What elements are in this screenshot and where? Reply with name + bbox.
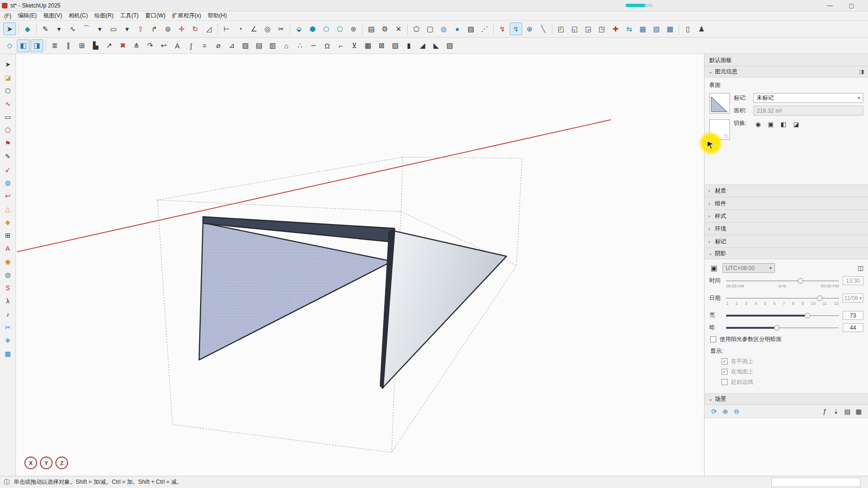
menu-item-help[interactable]: 帮助(H) (204, 11, 230, 21)
hexagon-icon[interactable]: ⬡ (2, 85, 14, 97)
minimize-button[interactable]: — (819, 0, 841, 11)
cast-shadows-icon[interactable]: ◧ (779, 119, 788, 129)
menu-item-camera[interactable]: 相机(C) (65, 11, 91, 21)
date-slider[interactable]: 123456789101112 (726, 295, 839, 302)
final-hatch-icon[interactable]: ▨ (443, 39, 456, 52)
wave-curve-icon[interactable]: ∫ (185, 39, 197, 52)
close-icon[interactable]: ✕ (392, 23, 405, 35)
axis-rotate-button-z[interactable]: Z (55, 457, 68, 469)
spiral-tool-icon[interactable]: Ω (321, 39, 333, 52)
section-scenes[interactable]: ⌄ 场景 (705, 394, 868, 405)
polygon-shape-icon[interactable]: ⬠ (410, 23, 423, 35)
add-point-icon[interactable]: ⊕ (523, 23, 536, 35)
follow-me-icon[interactable]: ↱ (148, 23, 161, 35)
section-outline-icon[interactable]: ⬠ (333, 23, 346, 35)
solid-trim-icon[interactable]: ◳ (596, 23, 608, 35)
section-fill-icon[interactable]: ⬢ (306, 23, 319, 35)
menu-item-window[interactable]: 窗口(W) (142, 11, 169, 21)
wave-tool-icon[interactable]: ∽ (307, 39, 320, 52)
mesh-side-icon[interactable]: ▦ (2, 348, 14, 360)
3d-viewport[interactable]: XYZ (16, 54, 704, 476)
solid-subtract-icon[interactable]: ◲ (582, 23, 595, 35)
settings-icon[interactable]: ⚙ (379, 23, 391, 35)
press-grid-icon[interactable]: ▦ (362, 39, 374, 52)
section-materials[interactable]: ›材质 (705, 185, 868, 197)
date-slider-handle[interactable] (817, 295, 822, 301)
rectangle-icon[interactable]: ▭ (107, 23, 120, 35)
paint-bucket-icon[interactable]: ◆ (21, 23, 34, 35)
snowflake-icon[interactable]: ❄ (2, 334, 14, 347)
dot-path-icon[interactable]: ∴ (294, 39, 306, 52)
column-tool-icon[interactable]: ▮ (403, 39, 415, 52)
section-display-icon[interactable]: ⬡ (320, 23, 333, 35)
secondary-thumbnail[interactable] (709, 119, 730, 140)
section-components[interactable]: ›组件 (705, 197, 868, 210)
section-cut-icon[interactable]: ✂ (275, 23, 287, 35)
axes-icon[interactable]: ∠ (248, 23, 260, 35)
move-icon[interactable]: ✛ (175, 23, 188, 35)
open-folder-icon[interactable]: ▤ (365, 23, 378, 35)
display-option-checkbox-1[interactable]: ✓ (721, 369, 728, 375)
circle-divide-icon[interactable]: ⌀ (212, 39, 225, 52)
time-slider[interactable]: 06:55 AM 中午 05:00 PM (726, 278, 839, 284)
panel-options-icon[interactable]: ◨ (860, 69, 864, 75)
menu-item-extensions[interactable]: 扩展程序(x) (169, 11, 204, 21)
section-plane-icon[interactable]: ⬙ (293, 23, 305, 35)
select-icon[interactable]: ➤ (3, 23, 16, 35)
cut-blue-icon[interactable]: ✂ (2, 321, 14, 333)
rotate-section-icon[interactable]: ⊗ (347, 23, 360, 35)
axis-rotate-button-x[interactable]: X (24, 457, 37, 469)
scene-download-icon[interactable]: ⇣ (831, 407, 841, 416)
scatter-arrows-icon[interactable]: ⋔ (130, 39, 143, 52)
letter-arch-icon[interactable]: A (171, 39, 184, 52)
dark-slider-handle[interactable] (774, 325, 780, 331)
pen-icon[interactable]: ✎ (2, 150, 14, 163)
handrail-icon[interactable]: ∥ (62, 39, 75, 52)
new-file-icon[interactable]: ▯ (682, 23, 694, 35)
arc-caret-icon[interactable]: ▾ (93, 23, 106, 35)
arc-arrow-icon[interactable]: ↷ (144, 39, 156, 52)
hatch-icon[interactable]: ▨ (465, 23, 477, 35)
section-tags[interactable]: ›标记 (705, 235, 868, 248)
grid-rotate-icon[interactable]: ▨ (239, 39, 252, 52)
axis-rotate-button-y[interactable]: Y (40, 457, 53, 469)
audio-icon[interactable]: ♪ (2, 308, 14, 320)
person-icon[interactable]: ♟ (695, 23, 708, 35)
mesh-from-contours-icon[interactable]: ▦ (636, 23, 649, 35)
visible-eye-icon[interactable]: ◉ (753, 119, 763, 129)
eraser-icon[interactable]: ◪ (2, 71, 14, 84)
solid-union-icon[interactable]: ◱ (568, 23, 581, 35)
dark-value-box[interactable]: 44 (843, 323, 863, 332)
scene-func-icon[interactable]: ƒ (820, 407, 829, 416)
lock-icon[interactable]: ◪ (791, 119, 801, 129)
scenes-list[interactable] (705, 418, 868, 476)
time-slider-handle[interactable] (798, 278, 803, 284)
add-scene-icon[interactable]: ⊕ (721, 407, 730, 416)
section-entity-info[interactable]: ⌄ 图元信息 ◨ (705, 66, 868, 77)
stairs-icon[interactable]: ≣ (48, 39, 61, 52)
refresh-scene-icon[interactable]: ⟳ (709, 407, 719, 416)
time-value-box[interactable]: 13:30 (843, 276, 863, 285)
detach-icon[interactable]: ◫ (858, 264, 863, 271)
roof-gable-icon[interactable]: ⌂ (280, 39, 293, 52)
dark-slider[interactable] (726, 325, 839, 331)
section-environment[interactable]: ›环境 (705, 223, 868, 235)
spline-icon[interactable]: ∿ (2, 98, 14, 110)
date-value-box[interactable]: 11/08 ▾ (843, 294, 863, 302)
select-side-icon[interactable]: ➤ (2, 58, 14, 70)
roof-slope-icon[interactable]: ◢ (416, 39, 429, 52)
guide-dots-icon[interactable]: ⋰ (478, 23, 491, 35)
menu-item-tools[interactable]: 工具(T) (117, 11, 142, 21)
material-thumbnail[interactable] (709, 93, 730, 114)
scene-list-view-icon[interactable]: ▤ (843, 407, 852, 416)
pin-icon[interactable]: ◉ (2, 256, 14, 268)
scale-red-icon[interactable]: ✚ (609, 23, 622, 35)
line-icon[interactable]: ✎ (39, 23, 52, 35)
axis-line-icon[interactable]: ╲ (537, 23, 550, 35)
light-slider-handle[interactable] (805, 313, 810, 318)
offset-icon[interactable]: ⊚ (162, 23, 174, 35)
timezone-select[interactable]: UTC+08:00 ▾ (722, 263, 775, 273)
box-tool-b-icon[interactable]: ◨ (31, 39, 43, 52)
space-divider-icon[interactable]: ◇ (3, 39, 16, 52)
mesh-from-scratch-icon[interactable]: ▧ (650, 23, 663, 35)
